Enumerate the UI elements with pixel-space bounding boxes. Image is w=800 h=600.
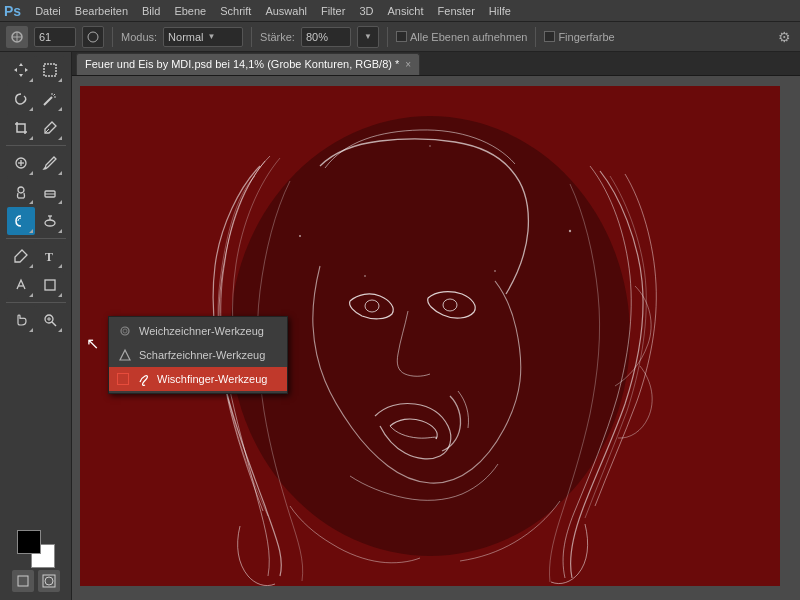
strength-arrow-btn[interactable]: ▼ (357, 26, 379, 48)
svg-point-36 (429, 145, 431, 147)
standard-mode-btn[interactable] (12, 570, 34, 592)
tab-bar: Feuer und Eis by MDI.psd bei 14,1% (Grob… (72, 52, 800, 76)
finger-color-label: Fingerfarbe (558, 31, 614, 43)
color-pair (17, 530, 55, 568)
menu-auswahl[interactable]: Auswahl (259, 3, 313, 19)
tool-row-9 (7, 306, 64, 334)
smudge-tool-label: Wischfinger-Werkzeug (157, 373, 267, 385)
svg-point-3 (88, 32, 98, 42)
menu-filter[interactable]: Filter (315, 3, 351, 19)
clone-stamp-tool[interactable] (7, 178, 35, 206)
pen-tool[interactable] (7, 242, 35, 270)
tool-triangle (29, 78, 33, 82)
tool-row-1 (7, 56, 64, 84)
eyedropper-tool[interactable] (36, 114, 64, 142)
svg-point-37 (364, 275, 366, 277)
brush-preset-btn[interactable] (82, 26, 104, 48)
blur-tool-icon (117, 323, 133, 339)
menu-bild[interactable]: Bild (136, 3, 166, 19)
menu-bar: Ps Datei Bearbeiten Bild Ebene Schrift A… (0, 0, 800, 22)
tool-triangle (29, 229, 33, 233)
tool-triangle (58, 293, 62, 297)
eraser-tool[interactable] (36, 178, 64, 206)
quick-mask-btn[interactable] (38, 570, 60, 592)
finger-color-checkbox[interactable] (544, 31, 555, 42)
tab-close-btn[interactable]: × (405, 59, 411, 70)
sep1 (112, 27, 113, 47)
mode-select[interactable]: Normal ▼ (163, 27, 243, 47)
tab-title: Feuer und Eis by MDI.psd bei 14,1% (Grob… (85, 58, 399, 70)
strength-label: Stärke: (260, 31, 295, 43)
tool-row-2 (7, 85, 64, 113)
heal-tool[interactable] (7, 149, 35, 177)
blur-smudge-tool[interactable] (7, 207, 35, 235)
dodge-burn-tool[interactable] (36, 207, 64, 235)
svg-rect-27 (18, 576, 28, 586)
tool-sep-3 (6, 302, 66, 303)
app-logo: Ps (4, 3, 21, 19)
tool-row-5 (7, 178, 64, 206)
text-tool[interactable]: T (36, 242, 64, 270)
flyout-smudge-tool[interactable]: Wischfinger-Werkzeug (109, 367, 287, 391)
svg-rect-22 (45, 280, 55, 290)
foreground-color-swatch[interactable] (17, 530, 41, 554)
lasso-tool[interactable] (7, 85, 35, 113)
menu-ebene[interactable]: Ebene (168, 3, 212, 19)
move-tool[interactable] (7, 56, 35, 84)
menu-schrift[interactable]: Schrift (214, 3, 257, 19)
options-right: ⚙ (774, 27, 794, 47)
svg-line-24 (52, 322, 56, 326)
tool-triangle (29, 171, 33, 175)
menu-3d[interactable]: 3D (353, 3, 379, 19)
svg-point-38 (494, 270, 496, 272)
brush-size-input[interactable]: 61 (34, 27, 76, 47)
mode-select-arrow: ▼ (208, 32, 216, 41)
all-layers-option: Alle Ebenen aufnehmen (396, 31, 527, 43)
quick-mask-row (12, 570, 60, 592)
strength-input[interactable]: 80% (301, 27, 351, 47)
tool-triangle (58, 200, 62, 204)
tool-triangle (29, 328, 33, 332)
options-settings-icon[interactable]: ⚙ (774, 27, 794, 47)
hand-tool[interactable] (7, 306, 35, 334)
svg-line-5 (44, 97, 52, 105)
tool-preset-picker[interactable] (6, 26, 28, 48)
tool-triangle (29, 107, 33, 111)
sharpen-tool-label: Scharfzeichner-Werkzeug (139, 349, 265, 361)
all-layers-label: Alle Ebenen aufnehmen (410, 31, 527, 43)
tool-triangle (58, 171, 62, 175)
svg-point-13 (18, 187, 24, 193)
tool-sep-1 (6, 145, 66, 146)
document-tab[interactable]: Feuer und Eis by MDI.psd bei 14,1% (Grob… (76, 53, 420, 75)
svg-point-31 (230, 116, 630, 556)
tool-triangle (58, 107, 62, 111)
magic-wand-tool[interactable] (36, 85, 64, 113)
menu-datei[interactable]: Datei (29, 3, 67, 19)
menu-ansicht[interactable]: Ansicht (381, 3, 429, 19)
shape-tool[interactable] (36, 271, 64, 299)
select-rect-tool[interactable] (36, 56, 64, 84)
path-select-tool[interactable] (7, 271, 35, 299)
zoom-tool[interactable] (36, 306, 64, 334)
menu-fenster[interactable]: Fenster (432, 3, 481, 19)
svg-rect-4 (44, 64, 56, 76)
tool-row-7: T (7, 242, 64, 270)
smudge-tool-icon (135, 371, 151, 387)
svg-point-28 (45, 577, 53, 585)
menu-hilfe[interactable]: Hilfe (483, 3, 517, 19)
all-layers-checkbox[interactable] (396, 31, 407, 42)
flyout-blur-tool[interactable]: Weichzeichner-Werkzeug (109, 319, 287, 343)
blur-tool-label: Weichzeichner-Werkzeug (139, 325, 264, 337)
brush-tool[interactable] (36, 149, 64, 177)
tool-triangle (58, 78, 62, 82)
main-area: T (0, 52, 800, 600)
toolbox: T (0, 52, 72, 600)
tool-sep-2 (6, 238, 66, 239)
finger-color-option: Fingerfarbe (544, 31, 614, 43)
flyout-sharpen-tool[interactable]: Scharfzeichner-Werkzeug (109, 343, 287, 367)
svg-marker-41 (120, 350, 130, 360)
mode-label: Modus: (121, 31, 157, 43)
crop-tool[interactable] (7, 114, 35, 142)
menu-bearbeiten[interactable]: Bearbeiten (69, 3, 134, 19)
tool-triangle (58, 328, 62, 332)
